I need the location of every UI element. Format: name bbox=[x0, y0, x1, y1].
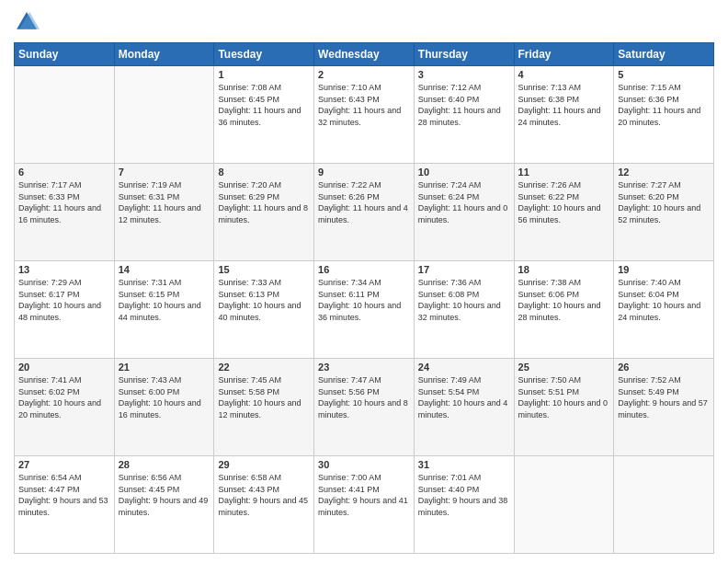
day-number: 5 bbox=[618, 69, 710, 80]
calendar-cell: 6Sunrise: 7:17 AM Sunset: 6:33 PM Daylig… bbox=[15, 164, 115, 261]
day-number: 22 bbox=[218, 362, 310, 373]
page: SundayMondayTuesdayWednesdayThursdayFrid… bbox=[0, 0, 728, 563]
day-content: Sunrise: 7:40 AM Sunset: 6:04 PM Dayligh… bbox=[618, 277, 710, 323]
day-number: 4 bbox=[518, 69, 610, 80]
calendar-cell: 10Sunrise: 7:24 AM Sunset: 6:24 PM Dayli… bbox=[414, 164, 514, 261]
day-number: 24 bbox=[418, 362, 510, 373]
day-number: 8 bbox=[218, 167, 310, 178]
calendar-cell: 14Sunrise: 7:31 AM Sunset: 6:15 PM Dayli… bbox=[114, 261, 214, 359]
logo-icon bbox=[14, 9, 40, 35]
day-number: 15 bbox=[218, 264, 310, 275]
calendar-cell: 18Sunrise: 7:38 AM Sunset: 6:06 PM Dayli… bbox=[514, 261, 614, 359]
logo bbox=[14, 9, 43, 35]
day-content: Sunrise: 6:56 AM Sunset: 4:45 PM Dayligh… bbox=[119, 472, 210, 518]
day-content: Sunrise: 7:31 AM Sunset: 6:15 PM Dayligh… bbox=[119, 277, 210, 323]
day-number: 9 bbox=[318, 167, 410, 178]
weekday-wednesday: Wednesday bbox=[314, 43, 415, 66]
day-content: Sunrise: 7:19 AM Sunset: 6:31 PM Dayligh… bbox=[119, 179, 210, 225]
calendar-cell: 26Sunrise: 7:52 AM Sunset: 5:49 PM Dayli… bbox=[614, 359, 714, 456]
day-content: Sunrise: 7:08 AM Sunset: 6:45 PM Dayligh… bbox=[218, 82, 310, 128]
day-number: 30 bbox=[318, 459, 410, 470]
week-row-0: 1Sunrise: 7:08 AM Sunset: 6:45 PM Daylig… bbox=[15, 66, 714, 164]
day-number: 18 bbox=[518, 264, 610, 275]
weekday-saturday: Saturday bbox=[614, 43, 714, 66]
day-content: Sunrise: 7:24 AM Sunset: 6:24 PM Dayligh… bbox=[418, 179, 510, 225]
calendar-cell bbox=[514, 456, 614, 554]
day-number: 20 bbox=[18, 362, 110, 373]
day-number: 19 bbox=[618, 264, 710, 275]
day-number: 17 bbox=[418, 264, 510, 275]
calendar-cell: 7Sunrise: 7:19 AM Sunset: 6:31 PM Daylig… bbox=[114, 164, 214, 261]
weekday-sunday: Sunday bbox=[15, 43, 115, 66]
weekday-friday: Friday bbox=[514, 43, 614, 66]
calendar-cell: 16Sunrise: 7:34 AM Sunset: 6:11 PM Dayli… bbox=[314, 261, 415, 359]
day-content: Sunrise: 7:43 AM Sunset: 6:00 PM Dayligh… bbox=[119, 374, 210, 420]
day-number: 3 bbox=[418, 69, 510, 80]
calendar-cell: 20Sunrise: 7:41 AM Sunset: 6:02 PM Dayli… bbox=[15, 359, 115, 456]
calendar-cell: 1Sunrise: 7:08 AM Sunset: 6:45 PM Daylig… bbox=[214, 66, 314, 164]
day-content: Sunrise: 7:36 AM Sunset: 6:08 PM Dayligh… bbox=[418, 277, 510, 323]
day-number: 29 bbox=[218, 459, 310, 470]
day-number: 21 bbox=[119, 362, 210, 373]
calendar-cell: 30Sunrise: 7:00 AM Sunset: 4:41 PM Dayli… bbox=[314, 456, 415, 554]
week-row-3: 20Sunrise: 7:41 AM Sunset: 6:02 PM Dayli… bbox=[15, 359, 714, 456]
day-content: Sunrise: 7:38 AM Sunset: 6:06 PM Dayligh… bbox=[518, 277, 610, 323]
day-content: Sunrise: 7:47 AM Sunset: 5:56 PM Dayligh… bbox=[318, 374, 410, 420]
week-row-4: 27Sunrise: 6:54 AM Sunset: 4:47 PM Dayli… bbox=[15, 456, 714, 554]
calendar-cell: 5Sunrise: 7:15 AM Sunset: 6:36 PM Daylig… bbox=[614, 66, 714, 164]
day-content: Sunrise: 7:34 AM Sunset: 6:11 PM Dayligh… bbox=[318, 277, 410, 323]
calendar-cell: 22Sunrise: 7:45 AM Sunset: 5:58 PM Dayli… bbox=[214, 359, 314, 456]
day-number: 16 bbox=[318, 264, 410, 275]
day-content: Sunrise: 6:58 AM Sunset: 4:43 PM Dayligh… bbox=[218, 472, 310, 518]
day-number: 10 bbox=[418, 167, 510, 178]
calendar-cell: 27Sunrise: 6:54 AM Sunset: 4:47 PM Dayli… bbox=[15, 456, 115, 554]
day-number: 23 bbox=[318, 362, 410, 373]
day-number: 12 bbox=[618, 167, 710, 178]
day-content: Sunrise: 7:41 AM Sunset: 6:02 PM Dayligh… bbox=[18, 374, 110, 420]
day-content: Sunrise: 7:10 AM Sunset: 6:43 PM Dayligh… bbox=[318, 82, 410, 128]
day-number: 27 bbox=[18, 459, 110, 470]
calendar-cell: 4Sunrise: 7:13 AM Sunset: 6:38 PM Daylig… bbox=[514, 66, 614, 164]
weekday-tuesday: Tuesday bbox=[214, 43, 314, 66]
day-content: Sunrise: 7:27 AM Sunset: 6:20 PM Dayligh… bbox=[618, 179, 710, 225]
day-content: Sunrise: 7:00 AM Sunset: 4:41 PM Dayligh… bbox=[318, 472, 410, 518]
day-content: Sunrise: 7:13 AM Sunset: 6:38 PM Dayligh… bbox=[518, 82, 610, 128]
day-content: Sunrise: 7:29 AM Sunset: 6:17 PM Dayligh… bbox=[18, 277, 110, 323]
day-content: Sunrise: 7:33 AM Sunset: 6:13 PM Dayligh… bbox=[218, 277, 310, 323]
day-number: 31 bbox=[418, 459, 510, 470]
day-number: 13 bbox=[18, 264, 110, 275]
day-content: Sunrise: 7:49 AM Sunset: 5:54 PM Dayligh… bbox=[418, 374, 510, 420]
calendar-cell: 2Sunrise: 7:10 AM Sunset: 6:43 PM Daylig… bbox=[314, 66, 415, 164]
calendar-cell: 24Sunrise: 7:49 AM Sunset: 5:54 PM Dayli… bbox=[414, 359, 514, 456]
calendar-cell: 31Sunrise: 7:01 AM Sunset: 4:40 PM Dayli… bbox=[414, 456, 514, 554]
weekday-monday: Monday bbox=[114, 43, 214, 66]
calendar-table: SundayMondayTuesdayWednesdayThursdayFrid… bbox=[14, 42, 714, 554]
calendar-cell: 23Sunrise: 7:47 AM Sunset: 5:56 PM Dayli… bbox=[314, 359, 415, 456]
week-row-1: 6Sunrise: 7:17 AM Sunset: 6:33 PM Daylig… bbox=[15, 164, 714, 261]
weekday-thursday: Thursday bbox=[414, 43, 514, 66]
day-content: Sunrise: 7:20 AM Sunset: 6:29 PM Dayligh… bbox=[218, 179, 310, 225]
day-number: 14 bbox=[119, 264, 210, 275]
calendar-cell bbox=[614, 456, 714, 554]
day-number: 1 bbox=[218, 69, 310, 80]
calendar-cell: 29Sunrise: 6:58 AM Sunset: 4:43 PM Dayli… bbox=[214, 456, 314, 554]
calendar-cell: 3Sunrise: 7:12 AM Sunset: 6:40 PM Daylig… bbox=[414, 66, 514, 164]
day-content: Sunrise: 7:50 AM Sunset: 5:51 PM Dayligh… bbox=[518, 374, 610, 420]
calendar-cell bbox=[114, 66, 214, 164]
calendar-cell: 9Sunrise: 7:22 AM Sunset: 6:26 PM Daylig… bbox=[314, 164, 415, 261]
day-content: Sunrise: 7:22 AM Sunset: 6:26 PM Dayligh… bbox=[318, 179, 410, 225]
calendar-cell: 28Sunrise: 6:56 AM Sunset: 4:45 PM Dayli… bbox=[114, 456, 214, 554]
calendar-cell: 15Sunrise: 7:33 AM Sunset: 6:13 PM Dayli… bbox=[214, 261, 314, 359]
calendar-cell: 21Sunrise: 7:43 AM Sunset: 6:00 PM Dayli… bbox=[114, 359, 214, 456]
calendar-cell: 11Sunrise: 7:26 AM Sunset: 6:22 PM Dayli… bbox=[514, 164, 614, 261]
week-row-2: 13Sunrise: 7:29 AM Sunset: 6:17 PM Dayli… bbox=[15, 261, 714, 359]
header bbox=[14, 9, 714, 35]
day-number: 2 bbox=[318, 69, 410, 80]
calendar-cell bbox=[15, 66, 115, 164]
day-content: Sunrise: 7:52 AM Sunset: 5:49 PM Dayligh… bbox=[618, 374, 710, 420]
calendar-cell: 13Sunrise: 7:29 AM Sunset: 6:17 PM Dayli… bbox=[15, 261, 115, 359]
day-content: Sunrise: 7:12 AM Sunset: 6:40 PM Dayligh… bbox=[418, 82, 510, 128]
calendar-cell: 8Sunrise: 7:20 AM Sunset: 6:29 PM Daylig… bbox=[214, 164, 314, 261]
calendar-cell: 17Sunrise: 7:36 AM Sunset: 6:08 PM Dayli… bbox=[414, 261, 514, 359]
day-content: Sunrise: 7:26 AM Sunset: 6:22 PM Dayligh… bbox=[518, 179, 610, 225]
